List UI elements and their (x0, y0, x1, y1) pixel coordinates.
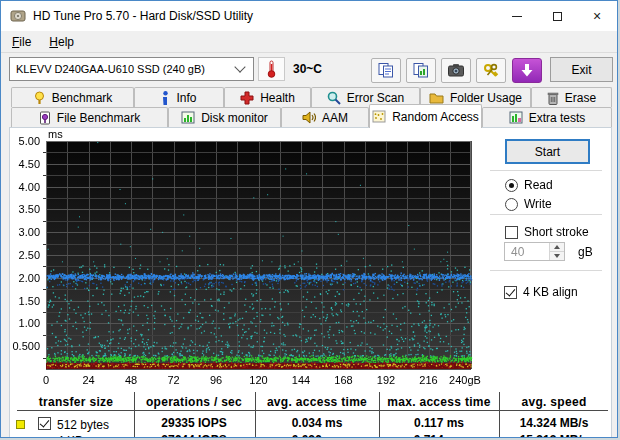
menu-bar: File Help (1, 31, 617, 53)
col-operations: operations / sec (134, 395, 254, 409)
drive-select-value: KLEVV D240GAA-U610 SSD (240 gB) (10, 63, 232, 75)
download-arrow-icon (519, 63, 535, 78)
chevron-down-icon (234, 61, 245, 72)
column-divider (499, 392, 500, 438)
column-divider (379, 392, 380, 438)
disk-monitor-icon (181, 111, 195, 124)
tab-aam[interactable]: AAM (281, 107, 369, 127)
tab-aam-label: AAM (322, 111, 348, 125)
temperature-value: 30~C (293, 62, 322, 76)
align-checkbox-control[interactable] (504, 286, 517, 299)
app-window: HD Tune Pro 5.70 - Hard Disk/SSD Utility… (0, 0, 618, 438)
write-label: Write (524, 197, 552, 211)
keys-icon (482, 62, 500, 79)
tab-random-access-label: Random Access (392, 110, 479, 124)
read-radio[interactable]: Read (505, 178, 553, 192)
maximize-button[interactable] (537, 1, 577, 31)
tab-health[interactable]: Health (224, 87, 311, 107)
menu-file[interactable]: File (3, 33, 40, 51)
drive-select[interactable]: KLEVV D240GAA-U610 SSD (240 gB) (9, 57, 254, 81)
screenshot-button[interactable] (441, 58, 471, 83)
partial-max-access-value: 0.714 ms (379, 433, 499, 438)
minimize-button[interactable] (497, 1, 537, 31)
row-checkbox-control[interactable] (38, 417, 51, 430)
random-access-chart (1, 129, 501, 387)
tab-benchmark-label: Benchmark (52, 91, 113, 105)
exit-label: Exit (571, 63, 591, 77)
stroke-size-value: 40 (505, 243, 549, 260)
table-header-rule (17, 410, 608, 411)
column-divider (255, 392, 256, 438)
app-icon (10, 8, 26, 24)
toolbar: KLEVV D240GAA-U610 SSD (240 gB) 30~C (1, 54, 617, 87)
col-transfer-size: transfer size (16, 395, 136, 409)
column-divider (134, 392, 135, 438)
separator (490, 170, 602, 171)
tab-info[interactable]: Info (134, 87, 224, 107)
tab-file-benchmark-label: File Benchmark (57, 111, 140, 125)
minimize-icon (512, 16, 522, 17)
align-label: 4 KB align (523, 285, 578, 299)
short-stroke-label: Short stroke (524, 225, 589, 239)
partial-avg-access-value: 0.036 ms (257, 433, 377, 438)
thermometer-icon (265, 59, 278, 79)
start-button[interactable]: Start (505, 139, 590, 164)
4kb-align-checkbox[interactable]: 4 KB align (504, 285, 578, 299)
ops-value: 29335 IOPS (134, 416, 254, 430)
avg-access-value: 0.034 ms (257, 416, 377, 430)
short-stroke-checkbox[interactable]: Short stroke (505, 225, 589, 239)
write-radio[interactable]: Write (505, 197, 552, 211)
file-benchmark-icon (39, 111, 51, 125)
close-button[interactable]: × (577, 1, 617, 31)
trash-icon (547, 91, 559, 105)
write-radio-control[interactable] (505, 198, 518, 211)
copy-image-button[interactable] (406, 58, 436, 83)
close-icon: × (593, 9, 601, 23)
random-access-icon (372, 110, 386, 123)
stepper-up-icon[interactable] (550, 243, 564, 252)
window-title: HD Tune Pro 5.70 - Hard Disk/SSD Utility (33, 9, 253, 23)
copy-text-button[interactable] (371, 58, 401, 83)
info-icon (161, 91, 170, 105)
menu-help[interactable]: Help (40, 33, 83, 51)
partial-row-label: 4 KB (57, 434, 83, 438)
start-label: Start (535, 145, 560, 159)
separator (490, 270, 602, 271)
tab-health-label: Health (260, 91, 295, 105)
col-avg-access: avg. access time (257, 395, 377, 409)
tab-disk-monitor-label: Disk monitor (201, 111, 268, 125)
extra-tests-icon (509, 111, 523, 124)
speaker-icon (302, 111, 316, 124)
tab-random-access[interactable]: Random Access (369, 104, 482, 128)
avg-speed-value: 14.324 MB/s (500, 416, 608, 430)
read-label: Read (524, 178, 553, 192)
health-cross-icon (240, 91, 254, 105)
stroke-size-stepper[interactable]: 40 (504, 242, 565, 261)
col-avg-speed: avg. speed (500, 395, 608, 409)
title-bar: HD Tune Pro 5.70 - Hard Disk/SSD Utility… (1, 1, 617, 31)
options-button[interactable] (476, 58, 506, 83)
short-stroke-checkbox-control[interactable] (505, 226, 518, 239)
max-access-value: 0.117 ms (379, 416, 499, 430)
tab-disk-monitor[interactable]: Disk monitor (168, 107, 281, 127)
tab-extra-tests[interactable]: Extra tests (482, 107, 612, 127)
magnifier-icon (327, 91, 341, 105)
separator (490, 214, 602, 215)
read-radio-control[interactable] (505, 179, 518, 192)
tab-folder-usage-label: Folder Usage (450, 91, 522, 105)
stepper-down-icon[interactable] (550, 252, 564, 260)
tab-info-label: Info (176, 91, 196, 105)
tab-benchmark[interactable]: Benchmark (11, 87, 134, 107)
copy-text-icon (377, 62, 395, 79)
camera-icon (447, 63, 465, 78)
tab-erase[interactable]: Erase (531, 87, 612, 107)
tab-error-scan-label: Error Scan (347, 91, 404, 105)
update-button[interactable] (512, 58, 542, 83)
temperature-button[interactable] (258, 57, 285, 81)
tab-erase-label: Erase (565, 91, 596, 105)
folder-icon (429, 92, 444, 104)
partial-ops-value: 27644 IOPS (134, 433, 254, 438)
tab-extra-tests-label: Extra tests (529, 111, 586, 125)
tab-file-benchmark[interactable]: File Benchmark (11, 107, 168, 127)
exit-button[interactable]: Exit (550, 57, 613, 82)
